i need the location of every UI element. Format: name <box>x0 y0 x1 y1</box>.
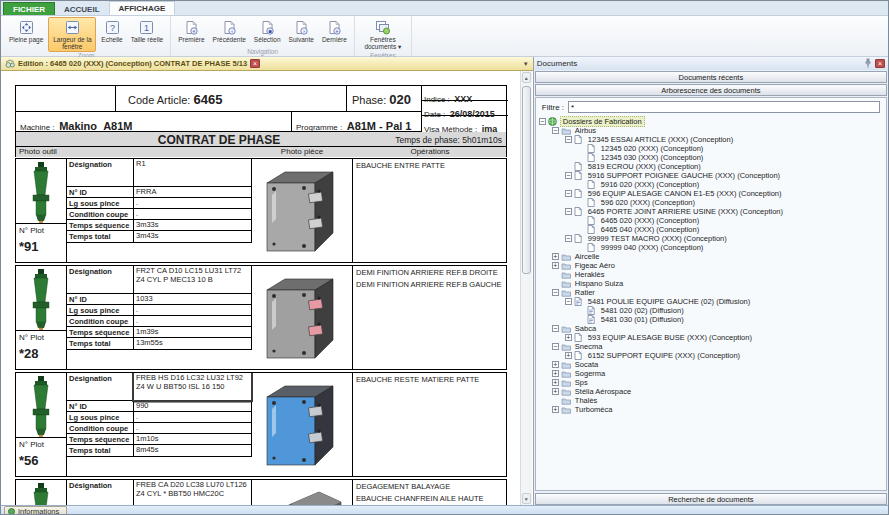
expand-icon[interactable]: + <box>552 379 559 386</box>
tree-item-dossiers-de-fabrication[interactable]: −Dossiers de Fabrication <box>536 117 886 126</box>
recherche-documents-bar[interactable]: Recherche de documents <box>535 493 887 505</box>
documents-recents-bar[interactable]: Documents récents <box>535 71 887 83</box>
detail-value-selected[interactable]: FREB HS D16 LC32 LU32 LT92 Z4 W U BBT50 … <box>134 373 251 400</box>
tree-item-6465-020-xxx-conception[interactable]: 6465 020 (XXX) (Conception) <box>536 216 886 225</box>
tree-item-aircelle[interactable]: +Aircelle <box>536 252 886 261</box>
scrollbar-track[interactable] <box>521 84 532 492</box>
tree-item-12345-030-xxx-conception[interactable]: 12345 030 (XXX) (Conception) <box>536 153 886 162</box>
tree-item-5481-020-02-diffusion[interactable]: 5481 020 (02) (Diffusion) <box>536 306 886 315</box>
expand-icon[interactable]: + <box>552 361 559 368</box>
svg-text:«: « <box>192 28 195 34</box>
detail-value: FREB CA D20 LC38 LU70 LT126 Z4 CYL * BBT… <box>134 480 251 505</box>
tree-item-5916-020-xxx-conception[interactable]: 5916 020 (XXX) (Conception) <box>536 180 886 189</box>
arborescence-bar[interactable]: Arborescence des documents <box>535 84 887 96</box>
echelle-button[interactable]: ?Echelle <box>98 17 125 52</box>
tree-item-6465-porte-joint-arriere-usine-xxx-conception[interactable]: −6465 PORTE JOINT ARRIERE USINE (XXX) (C… <box>536 207 886 216</box>
scroll-down-icon[interactable]: ▼ <box>522 493 531 504</box>
fen-tres-documents-button[interactable]: Fenêtres documents ▾ <box>359 17 407 52</box>
tree-item-99999-test-macro-xxx-conception[interactable]: −99999 TEST MACRO (XXX) (Conception) <box>536 234 886 243</box>
collapse-icon[interactable]: − <box>552 127 559 134</box>
tree-item-hispano-suiza[interactable]: Hispano Suiza <box>536 279 886 288</box>
scrollbar-thumb[interactable] <box>522 86 531 274</box>
tree-item-5916-support-poignee-gauche-xxx-conception[interactable]: −5916 SUPPORT POIGNEE GAUCHE (XXX) (Conc… <box>536 171 886 180</box>
no-expander <box>578 217 585 224</box>
document-tab[interactable]: Edition : 6465 020 (XXX) (Conception) CO… <box>5 55 260 73</box>
pr-c-dente-button[interactable]: ‹Précédente <box>210 17 249 48</box>
suivante-button[interactable]: ›Suivante <box>286 17 317 48</box>
tree-item-5481-poulie-equipe-gauche-02-diffusion[interactable]: −5481 POULIE EQUIPE GAUCHE (02) (Diffusi… <box>536 297 886 306</box>
header-blank-cell <box>16 86 116 112</box>
folder-icon <box>561 252 571 261</box>
detail-label: Lg sous pince <box>67 412 134 422</box>
collapse-icon[interactable]: − <box>539 118 546 125</box>
expand-icon[interactable]: + <box>552 262 559 269</box>
tree-item-5819-ecrou-xxx-conception[interactable]: 5819 ECROU (XXX) (Conception) <box>536 162 886 171</box>
ribbon-tab-fichier[interactable]: FICHIER <box>3 2 55 15</box>
machine-value: Makino_A81M <box>59 120 132 132</box>
doc-icon <box>574 333 584 342</box>
vertical-scrollbar[interactable]: ▲ ▼ <box>520 71 532 505</box>
plot-number: *28 <box>19 346 63 361</box>
documents-recents-label: Documents récents <box>679 73 744 82</box>
phase-contract-header: Code Article: 6465 Phase: 020 Indice : X… <box>15 85 507 157</box>
informations-tab[interactable]: Informations <box>4 506 67 515</box>
collapse-icon[interactable]: − <box>565 208 572 215</box>
filter-input[interactable] <box>568 101 880 113</box>
tree-item-thal-s[interactable]: Thalès <box>536 396 886 405</box>
no-expander <box>578 154 585 161</box>
taille-r-elle-button[interactable]: 1Taille réelle <box>128 17 167 52</box>
tree-item-sps[interactable]: +Sps <box>536 378 886 387</box>
tree-item-airbus[interactable]: −Airbus <box>536 126 886 135</box>
tree-item-5481-030-01-diffusion[interactable]: 5481 030 (01) (Diffusion) <box>536 315 886 324</box>
tree-item-turbom-ca[interactable]: +Turboméca <box>536 405 886 414</box>
collapse-icon[interactable]: − <box>565 190 572 197</box>
derni-re-button[interactable]: »Dernière <box>319 17 350 48</box>
collapse-icon[interactable]: − <box>552 289 559 296</box>
detail-row: DésignationR1 <box>67 159 251 187</box>
collapse-icon[interactable]: − <box>565 235 572 242</box>
tree-item-6152-support-equipe-xxx-conception[interactable]: +6152 SUPPORT EQUIPE (XXX) (Conception) <box>536 351 886 360</box>
tree-item-socata[interactable]: +Socata <box>536 360 886 369</box>
tree-item-99999-040-xxx-conception[interactable]: 99999 040 (XXX) (Conception) <box>536 243 886 252</box>
tree-item-st-lia-a-rospace[interactable]: +Stélia Aérospace <box>536 387 886 396</box>
tab-list-dropdown-icon[interactable]: ▼ <box>523 61 529 67</box>
recherche-documents-label: Recherche de documents <box>668 495 753 504</box>
expand-icon[interactable]: + <box>565 334 572 341</box>
tree-item-596-equip-alesage-canon-e1-e5-xxx-conception[interactable]: −596 EQUIP ALESAGE CANON E1-E5 (XXX) (Co… <box>536 189 886 198</box>
s-lection-button[interactable]: ▪Sélection <box>251 17 284 48</box>
pin-icon[interactable] <box>864 58 872 70</box>
expand-icon[interactable]: + <box>552 253 559 260</box>
tree-item-6465-040-xxx-conception[interactable]: 6465 040 (XXX) (Conception) <box>536 225 886 234</box>
tree-item-12345-020-xxx-conception[interactable]: 12345 020 (XXX) (Conception) <box>536 144 886 153</box>
expand-icon[interactable]: + <box>552 370 559 377</box>
tree-item-ratier[interactable]: −Ratier <box>536 288 886 297</box>
tree-item-sogerma[interactable]: +Sogerma <box>536 369 886 378</box>
tree-item-12345-essai-article-xxx-conception[interactable]: −12345 ESSAI ARTICLE (XXX) (Conception) <box>536 135 886 144</box>
no-expander <box>578 145 585 152</box>
doc-icon <box>587 225 597 234</box>
collapse-icon[interactable]: − <box>552 343 559 350</box>
detail-value: 1m10s <box>134 434 251 444</box>
tree-item-figeac-a-ro[interactable]: +Figeac Aéro <box>536 261 886 270</box>
tree-item-596-020-xxx-conception[interactable]: 596 020 (XXX) (Conception) <box>536 198 886 207</box>
expand-icon[interactable]: + <box>552 388 559 395</box>
tree-item-593-equip-alesage-buse-xxx-conception[interactable]: +593 EQUIP ALESAGE BUSE (XXX) (Conceptio… <box>536 333 886 342</box>
close-document-icon[interactable]: × <box>250 59 260 68</box>
ribbon-tab-accueil[interactable]: ACCUEIL <box>55 3 109 15</box>
documents-panel-title-bar: Documents × <box>534 57 888 70</box>
premi-re-button[interactable]: «Première <box>175 17 207 48</box>
collapse-icon[interactable]: − <box>565 136 572 143</box>
collapse-icon[interactable]: − <box>552 325 559 332</box>
collapse-icon[interactable]: − <box>565 298 572 305</box>
expand-icon[interactable]: + <box>552 406 559 413</box>
ribbon-tab-affichage[interactable]: AFFICHAGE <box>109 1 176 15</box>
expand-icon[interactable]: + <box>565 352 572 359</box>
scroll-up-icon[interactable]: ▲ <box>522 72 531 83</box>
largeur-de-la-fen-tre-button[interactable]: Largeur de la fenêtre <box>48 17 96 52</box>
collapse-icon[interactable]: − <box>565 172 572 179</box>
pleine-page-button[interactable]: Pleine page <box>6 17 46 52</box>
tree-item-herakl-s[interactable]: Heraklès <box>536 270 886 279</box>
tree-item-sabca[interactable]: −Sabca <box>536 324 886 333</box>
tree-item-snecma[interactable]: −Snecma <box>536 342 886 351</box>
close-panel-icon[interactable]: × <box>875 59 885 68</box>
